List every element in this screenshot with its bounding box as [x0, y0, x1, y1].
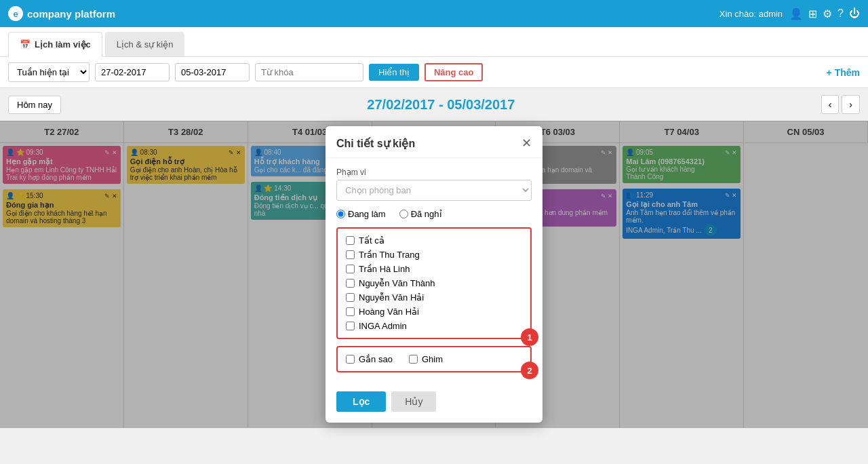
logo-icon: e [8, 6, 23, 21]
checkbox-nguyen-van-hai[interactable]: Nguyễn Văn Hải [346, 292, 522, 303]
phong-ban-select[interactable]: Chọn phòng ban [336, 180, 532, 201]
modal-footer: Lọc Hủy [326, 391, 542, 423]
header-right: Xin chào: admin 👤 ⊞ ⚙ ? ⏻ [719, 7, 860, 20]
advanced-button[interactable]: Nâng cao [425, 63, 484, 81]
checkbox-hoang-van-hai[interactable]: Hoàng Văn Hải [346, 307, 522, 317]
date-to-input[interactable] [175, 63, 250, 81]
search-input[interactable] [255, 63, 363, 81]
logout-icon[interactable]: ⏻ [849, 7, 860, 20]
radio-da-nghi[interactable]: Đã nghỉ [399, 209, 442, 219]
modal-dialog: Chi tiết sự kiện ✕ Phạm vi Chọn phòng ba… [326, 126, 542, 423]
next-arrow[interactable]: › [842, 95, 860, 114]
radio-dang-lam[interactable]: Đang làm [336, 209, 386, 219]
pham-vi-label: Phạm vi [336, 168, 532, 177]
grid-icon[interactable]: ⊞ [808, 7, 817, 20]
today-button[interactable]: Hôm nay [8, 96, 61, 114]
period-select[interactable]: Tuần hiện tại [8, 62, 90, 82]
tabs-bar: 📅 Lịch làm việc Lịch & sự kiện [0, 27, 868, 57]
prev-arrow[interactable]: ‹ [821, 95, 840, 114]
calendar-nav: Hôm nay 27/02/2017 - 05/03/2017 ‹ › [0, 88, 868, 121]
modal-overlay: Chi tiết sự kiện ✕ Phạm vi Chọn phòng ba… [0, 121, 868, 428]
calendar-title: 27/02/2017 - 05/03/2017 [367, 97, 515, 113]
checkbox-nguyen-van-thanh[interactable]: Nguyễn Văn Thành [346, 278, 522, 288]
filter-button[interactable]: Lọc [336, 391, 386, 412]
modal-body: Phạm vi Chọn phòng ban Đang làm Đã nghỉ [326, 158, 542, 391]
tab-lich-su-kien[interactable]: Lịch & sự kiện [105, 32, 185, 56]
modal-header: Chi tiết sự kiện ✕ [326, 126, 542, 158]
user-icon[interactable]: 👤 [789, 7, 803, 20]
modal-title: Chi tiết sự kiện [336, 137, 415, 150]
checkbox-tran-ha-linh[interactable]: Trần Hà Linh [346, 264, 522, 274]
badge-2: 2 [521, 362, 538, 379]
bottom-options: Gắn sao Ghim [336, 346, 532, 372]
toolbar: Tuần hiện tại Hiển thị Nâng cao + Thêm [0, 57, 868, 88]
cancel-button[interactable]: Hủy [391, 391, 436, 412]
employee-checkbox-list: Tất cả Trần Thu Trang Trần Hà Linh [336, 227, 532, 339]
ghim-option[interactable]: Ghim [409, 354, 443, 364]
logo-text: company platform [27, 8, 115, 20]
logo: e company platform [8, 6, 115, 21]
calendar-icon: 📅 [20, 39, 31, 50]
add-button[interactable]: + Thêm [827, 67, 860, 78]
badge-1: 1 [521, 328, 538, 346]
radio-group: Đang làm Đã nghỉ [336, 209, 532, 219]
greeting-text: Xin chào: admin [719, 9, 783, 19]
gear-icon[interactable]: ⚙ [823, 7, 832, 20]
header: e company platform Xin chào: admin 👤 ⊞ ⚙… [0, 0, 868, 27]
help-icon[interactable]: ? [837, 7, 844, 20]
gan-sao-option[interactable]: Gắn sao [346, 354, 393, 364]
checkbox-inga-admin[interactable]: INGA Admin [346, 321, 522, 331]
modal-close-button[interactable]: ✕ [521, 136, 532, 151]
header-icons: 👤 ⊞ ⚙ ? ⏻ [789, 7, 860, 20]
checkbox-tran-thu-trang[interactable]: Trần Thu Trang [346, 250, 522, 260]
checkbox-tat-ca[interactable]: Tất cả [346, 235, 522, 246]
nav-arrows: ‹ › [821, 95, 860, 114]
show-button[interactable]: Hiển thị [369, 64, 419, 81]
date-from-input[interactable] [95, 63, 170, 81]
tab-lich-lam-viec[interactable]: 📅 Lịch làm việc [8, 32, 102, 57]
